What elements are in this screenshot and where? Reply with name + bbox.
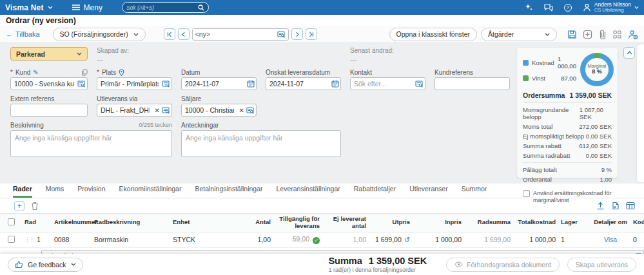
- table-row[interactable]: ⋮⋮1 0088 Borrmaskin STYCK 1,00 59,00✓ 1,…: [0, 232, 644, 247]
- lookup-icon[interactable]: [246, 107, 255, 114]
- customer-reference-input[interactable]: [434, 77, 510, 90]
- show-details-link[interactable]: Visa: [604, 236, 617, 243]
- chat-support-icon[interactable]: [544, 4, 553, 12]
- column-settings-icon[interactable]: [626, 202, 635, 210]
- tab-summor[interactable]: Summor: [462, 185, 487, 198]
- ordersumma-row: Ordersumma 1 359,00 SEK: [523, 91, 612, 103]
- top-navigation-bar: Visma Net Meny ? Anders Nilsson CS Utbi: [0, 0, 644, 15]
- tab-moms[interactable]: Moms: [46, 185, 64, 198]
- field-onskat-leveransdatum: Önskat leveransdatum: [266, 68, 341, 90]
- order-number-lookup[interactable]: [192, 28, 289, 41]
- create-delivery-button[interactable]: Skapa utleverans: [567, 258, 636, 272]
- lookup-icon[interactable]: [162, 107, 170, 114]
- table-header-row: Rad Artikelnummer Radbeskrivning Enhet A…: [0, 214, 644, 232]
- tab-provision[interactable]: Provision: [77, 185, 105, 198]
- global-search[interactable]: [122, 2, 209, 13]
- tab-betalningsinstallningar[interactable]: Betalningsinställningar: [195, 185, 262, 198]
- tab-rabattdetaljer[interactable]: Rabattdetaljer: [354, 185, 396, 198]
- tab-utleveranser[interactable]: Utleveranser: [409, 185, 448, 198]
- add-record-icon[interactable]: [583, 30, 592, 39]
- profit-legend-swatch: [523, 75, 529, 81]
- summary-row: Moms total272,00 SEK: [523, 123, 612, 130]
- page-title: Ordrar (ny version): [0, 15, 644, 26]
- lookup-icon[interactable]: [162, 81, 170, 88]
- summary-row: Summa rabatt612,00 SEK: [523, 142, 612, 149]
- row-checkbox[interactable]: [8, 236, 15, 243]
- legend-vinst: Vinst 87,00: [523, 75, 576, 82]
- search-icon: [198, 5, 204, 11]
- customer-settings-person-icon[interactable]: [628, 30, 638, 39]
- contact-input[interactable]: [350, 77, 425, 90]
- order-type-select[interactable]: SO (Försäljningsorder): [53, 28, 146, 41]
- add-row-button[interactable]: +: [14, 201, 24, 211]
- tab-ekonomiinstallningar[interactable]: Ekonomiinställningar: [119, 185, 182, 198]
- requested-delivery-date-input[interactable]: [266, 77, 341, 90]
- collapse-summary-button[interactable]: [623, 47, 635, 59]
- calendar-icon[interactable]: [331, 80, 339, 88]
- previous-record-button[interactable]: [178, 28, 190, 40]
- main-menu-button[interactable]: Meny: [72, 3, 102, 12]
- brand-label: Visma Net: [5, 3, 44, 12]
- thumbs-up-icon: [15, 260, 23, 269]
- summary-row: Ej momspliktigt belopp0,00 SEK: [523, 133, 612, 140]
- user-menu[interactable]: Anders Nilsson CS Utbildning: [583, 2, 639, 14]
- drag-handle[interactable]: ⋮⋮: [24, 236, 34, 243]
- field-kund: *Kund ✎: [10, 68, 88, 90]
- help-icon[interactable]: ?: [564, 4, 572, 12]
- order-status-select[interactable]: Parkerad: [10, 47, 88, 61]
- select-all-checkbox[interactable]: [8, 218, 15, 225]
- app-window: Visma Net Meny ? Anders Nilsson CS Utbi: [0, 0, 644, 275]
- summary-row: Pålägg totalt9 %: [523, 166, 612, 173]
- summary-row: Orderantal1,00: [523, 176, 612, 183]
- user-icon: [583, 3, 591, 12]
- global-search-input[interactable]: [126, 5, 198, 11]
- attachments-paperclip-icon[interactable]: [598, 30, 607, 39]
- tab-leveransinstallningar[interactable]: Leveransinställningar: [277, 185, 340, 198]
- lookup-icon[interactable]: [277, 31, 286, 38]
- export-excel-icon[interactable]: [611, 202, 620, 210]
- edit-customer-pencil-icon[interactable]: ✎: [33, 69, 38, 76]
- clear-ship-via-icon[interactable]: ✕: [155, 107, 160, 114]
- lookup-icon[interactable]: [415, 81, 424, 88]
- replacement-cost-checkbox[interactable]: [523, 190, 530, 197]
- availability-check-icon: ✓: [313, 237, 320, 244]
- whats-new-sparkle-icon[interactable]: [525, 3, 533, 12]
- brand-menu[interactable]: Visma Net: [5, 3, 53, 12]
- field-utleverans-via: Utleverans via ✕: [97, 95, 172, 117]
- external-reference-input[interactable]: [10, 104, 88, 117]
- notes-textarea[interactable]: [181, 130, 341, 157]
- revert-price-icon[interactable]: ↺: [404, 236, 410, 243]
- back-button[interactable]: ← Tillbaka: [6, 30, 40, 38]
- chevron-down-icon: [634, 6, 639, 9]
- actions-dropdown-button[interactable]: Åtgärder: [481, 28, 557, 41]
- chevron-down-icon: [71, 263, 76, 266]
- order-total-subtext: 1 rad(er) i denna försäljningsorder: [328, 267, 427, 273]
- feedback-button[interactable]: Ge feedback: [8, 258, 83, 272]
- delete-row-trash-icon[interactable]: [31, 202, 39, 211]
- copy-customer-icon[interactable]: [81, 69, 88, 76]
- lookup-icon[interactable]: [77, 81, 86, 88]
- first-record-button[interactable]: [164, 28, 175, 40]
- chevron-down-icon: [77, 52, 82, 55]
- footer-bar: Ge feedback Summa1 359,00 SEK 1 rad(er) …: [0, 254, 644, 275]
- location-input[interactable]: [97, 77, 172, 90]
- next-record-button[interactable]: [291, 28, 303, 40]
- preview-document-button[interactable]: Förhandsgranska dokument: [446, 258, 560, 272]
- save-icon[interactable]: [567, 30, 577, 39]
- collapsed-side-panel-rail[interactable]: [637, 44, 644, 182]
- description-textarea[interactable]: [10, 130, 172, 157]
- field-datum: Datum: [181, 68, 257, 90]
- clear-salesperson-icon[interactable]: ✕: [239, 107, 244, 114]
- open-classic-window-button[interactable]: Öppna i klassiskt fönster: [389, 28, 477, 41]
- user-org: CS Utbildning: [594, 8, 631, 13]
- margin-donut: Marginal 8 %: [580, 53, 614, 86]
- calendar-icon[interactable]: [247, 80, 255, 88]
- order-date-input[interactable]: [181, 77, 257, 90]
- keypad-grid-icon[interactable]: [612, 30, 622, 39]
- record-toolbar: ← Tillbaka SO (Försäljningsorder) Öppna …: [0, 26, 644, 43]
- last-record-button[interactable]: [306, 28, 317, 40]
- order-total: Summa1 359,00 SEK 1 rad(er) i denna förs…: [328, 256, 427, 273]
- order-number-input[interactable]: [195, 30, 277, 38]
- customer-input[interactable]: [10, 77, 88, 90]
- tab-rader[interactable]: Rader: [13, 185, 32, 198]
